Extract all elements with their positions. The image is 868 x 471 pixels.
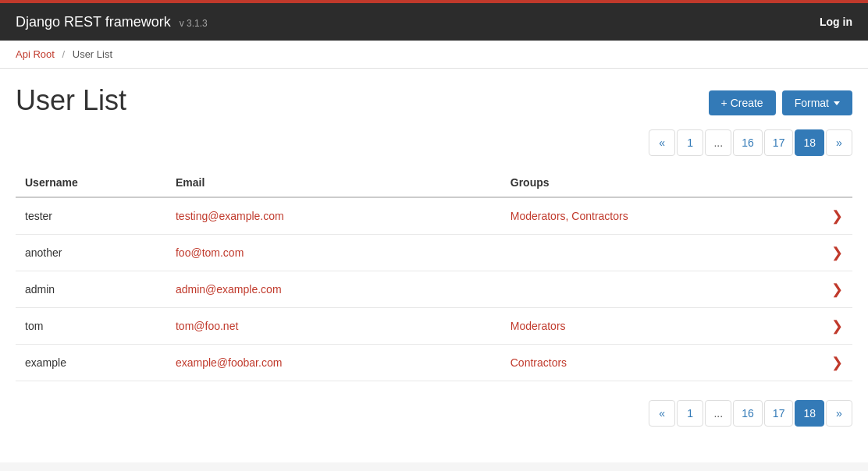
breadcrumb-current: User List (73, 48, 112, 60)
page-btn-prev-bottom[interactable]: « (649, 400, 675, 427)
format-button-label: Format (795, 97, 829, 109)
cell-groups: Contractors (501, 345, 794, 381)
cell-groups (501, 271, 794, 308)
user-table: Username Email Groups testertesting@exam… (16, 168, 852, 381)
cell-groups: Moderators, Contractors (501, 197, 794, 235)
cell-username: tester (16, 197, 166, 235)
cell-arrow[interactable]: ❯ (794, 197, 852, 235)
page-header: User List + Create Format (16, 84, 852, 117)
version-label: v 3.1.3 (180, 18, 208, 29)
breadcrumb-separator: / (62, 48, 66, 60)
page-btn-1-bottom[interactable]: 1 (677, 400, 703, 427)
top-navigation: Django REST framework v 3.1.3 Log in (0, 0, 868, 41)
table-header-row: Username Email Groups (16, 168, 852, 197)
brand: Django REST framework v 3.1.3 (16, 14, 208, 30)
page-btn-16[interactable]: 16 (733, 129, 763, 156)
page-btn-17-bottom[interactable]: 17 (764, 400, 794, 427)
page-btn-next[interactable]: » (826, 129, 852, 156)
table-row: anotherfoo@tom.com❯ (16, 235, 852, 271)
col-header-username: Username (16, 168, 166, 197)
col-header-arrow (794, 168, 852, 197)
breadcrumb-root-link[interactable]: Api Root (16, 48, 55, 60)
cell-email: admin@example.com (166, 271, 501, 308)
pagination-top-controls: « 1 ... 16 17 18 » (649, 129, 852, 156)
create-button[interactable]: + Create (709, 90, 776, 115)
page-btn-1[interactable]: 1 (677, 129, 703, 156)
table-row: testertesting@example.comModerators, Con… (16, 197, 852, 235)
format-button[interactable]: Format (782, 90, 852, 115)
page-btn-ellipsis-bottom: ... (705, 400, 731, 427)
page-btn-ellipsis: ... (705, 129, 731, 156)
page-btn-18-active[interactable]: 18 (795, 129, 824, 156)
row-arrow-icon[interactable]: ❯ (831, 282, 843, 297)
page-btn-next-bottom[interactable]: » (826, 400, 852, 427)
page-btn-17[interactable]: 17 (764, 129, 794, 156)
page-btn-prev[interactable]: « (649, 129, 675, 156)
cell-arrow[interactable]: ❯ (794, 235, 852, 271)
pagination-top: « 1 ... 16 17 18 » (16, 129, 852, 156)
cell-email: testing@example.com (166, 197, 501, 235)
format-caret-icon (834, 101, 840, 105)
table-row: exampleexample@foobar.comContractors❯ (16, 345, 852, 381)
row-arrow-icon[interactable]: ❯ (831, 245, 843, 260)
cell-username: tom (16, 308, 166, 345)
page-btn-18-active-bottom[interactable]: 18 (795, 400, 824, 427)
cell-groups (501, 235, 794, 271)
pagination-bottom-controls: « 1 ... 16 17 18 » (649, 400, 852, 427)
col-header-email: Email (166, 168, 501, 197)
header-actions: + Create Format (709, 90, 852, 115)
cell-groups: Moderators (501, 308, 794, 345)
row-arrow-icon[interactable]: ❯ (831, 208, 843, 224)
cell-email: tom@foo.net (166, 308, 501, 345)
main-content: User List + Create Format « 1 ... 16 17 … (0, 69, 868, 462)
pagination-bottom: « 1 ... 16 17 18 » (16, 400, 852, 427)
cell-email: example@foobar.com (166, 345, 501, 381)
row-arrow-icon[interactable]: ❯ (831, 318, 843, 334)
col-header-groups: Groups (501, 168, 794, 197)
cell-arrow[interactable]: ❯ (794, 271, 852, 308)
row-arrow-icon[interactable]: ❯ (831, 355, 843, 370)
cell-arrow[interactable]: ❯ (794, 345, 852, 381)
cell-username: another (16, 235, 166, 271)
table-row: tomtom@foo.netModerators❯ (16, 308, 852, 345)
login-link[interactable]: Log in (820, 16, 852, 28)
table-row: adminadmin@example.com❯ (16, 271, 852, 308)
breadcrumb: Api Root / User List (0, 41, 868, 69)
page-btn-16-bottom[interactable]: 16 (733, 400, 763, 427)
brand-name: Django REST framework v 3.1.3 (16, 14, 208, 30)
page-title: User List (16, 84, 126, 117)
cell-email: foo@tom.com (166, 235, 501, 271)
cell-username: admin (16, 271, 166, 308)
cell-arrow[interactable]: ❯ (794, 308, 852, 345)
cell-username: example (16, 345, 166, 381)
